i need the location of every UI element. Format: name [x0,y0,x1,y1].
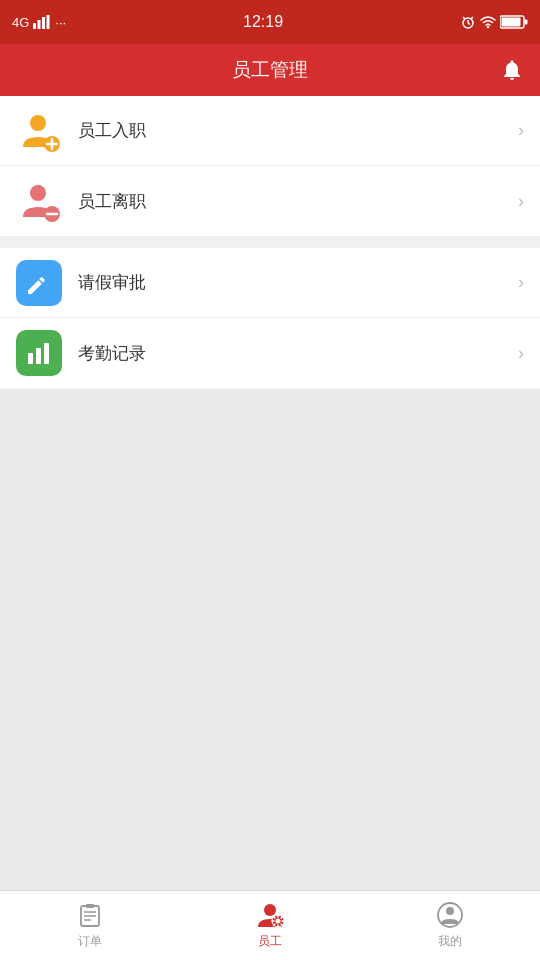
offboard-label: 员工离职 [78,190,518,213]
onboard-arrow: › [518,120,524,141]
nav-orders[interactable]: 订单 [0,901,180,950]
signal-text: 4G [12,15,29,30]
onboard-label: 员工入职 [78,119,518,142]
attendance-icon-bg [16,330,62,376]
svg-rect-1 [38,20,41,29]
edit-icon [25,269,53,297]
svg-point-13 [30,115,46,131]
status-right [460,15,528,29]
empty-area [0,390,540,890]
bell-icon [500,58,524,82]
page-title: 员工管理 [232,57,308,83]
status-time: 12:19 [243,13,283,31]
svg-rect-20 [28,353,33,364]
chart-icon [25,339,53,367]
mine-label: 我的 [438,933,462,950]
leave-icon-bg [16,260,62,306]
offboard-item[interactable]: 员工离职 › [0,166,540,236]
svg-point-28 [264,904,276,916]
svg-rect-11 [501,18,520,27]
staff-label: 员工 [258,933,282,950]
bottom-nav: 订单 员工 我的 [0,890,540,960]
svg-rect-24 [86,904,94,908]
person-add-icon [17,109,61,153]
offboard-icon [16,178,62,224]
employee-section: 员工入职 › 员工离职 › [0,96,540,236]
onboard-icon [16,108,62,154]
carrier-dots: ··· [55,15,66,30]
wifi-icon [480,15,496,29]
svg-rect-22 [44,343,49,364]
leave-arrow: › [518,272,524,293]
svg-line-7 [463,17,465,19]
leave-item[interactable]: 请假审批 › [0,248,540,318]
attendance-label: 考勤记录 [78,342,518,365]
clipboard-icon [76,901,104,929]
mine-icon [436,901,464,929]
person-remove-icon [17,179,61,223]
signal-bars-icon [33,15,51,29]
status-left: 4G ··· [12,15,66,30]
hr-section: 请假审批 › 考勤记录 › [0,248,540,388]
page-header: 员工管理 [0,44,540,96]
svg-point-32 [446,907,454,915]
svg-point-17 [30,185,46,201]
orders-label: 订单 [78,933,102,950]
svg-rect-2 [42,17,45,29]
main-content: 员工入职 › 员工离职 › [0,96,540,890]
svg-line-6 [468,23,470,25]
alarm-icon [460,15,476,29]
svg-line-8 [471,17,473,19]
nav-staff[interactable]: 员工 [180,901,360,950]
svg-rect-12 [524,20,527,25]
attendance-arrow: › [518,343,524,364]
offboard-arrow: › [518,191,524,212]
notification-bell-button[interactable] [500,58,524,82]
svg-point-30 [276,919,281,924]
status-bar: 4G ··· 12:19 [0,0,540,44]
onboard-item[interactable]: 员工入职 › [0,96,540,166]
person-circle-icon [436,901,464,929]
nav-mine[interactable]: 我的 [360,901,540,950]
staff-icon [254,901,286,929]
battery-icon [500,15,528,29]
orders-icon [76,901,104,929]
svg-rect-0 [33,23,36,29]
leave-label: 请假审批 [78,271,518,294]
svg-point-9 [487,26,489,28]
svg-rect-3 [47,15,50,29]
svg-rect-21 [36,348,41,364]
attendance-item[interactable]: 考勤记录 › [0,318,540,388]
person-group-icon [254,901,286,929]
